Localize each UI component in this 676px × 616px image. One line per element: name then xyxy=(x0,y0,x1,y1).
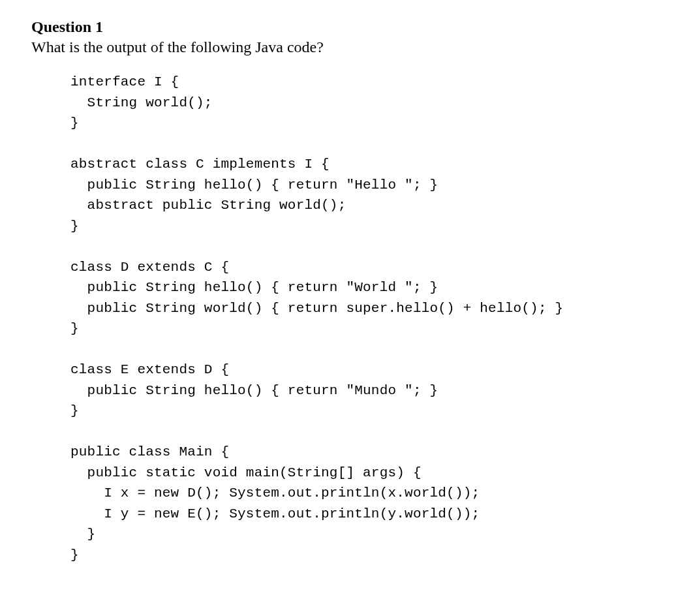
code-block: interface I { String world(); } abstract… xyxy=(70,72,645,565)
question-prompt: What is the output of the following Java… xyxy=(31,38,645,56)
question-title: Question 1 xyxy=(31,18,645,36)
